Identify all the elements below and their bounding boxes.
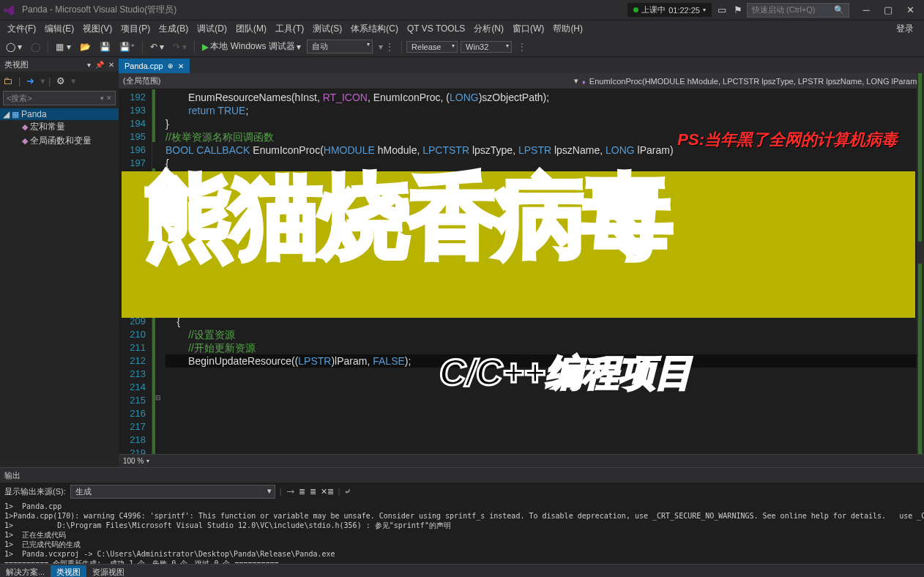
project-icon: ▦ — [12, 110, 19, 119]
collapse-icon: ◢ — [3, 109, 10, 119]
minimap-scrollbar[interactable] — [917, 73, 924, 454]
output-clear-icon[interactable]: ✕≣ — [321, 487, 334, 496]
menu-qt[interactable]: QT VS TOOLS — [403, 22, 469, 35]
nav-breadcrumb: (全局范围) ▾ ⬧ EnumIconProc(HMODULE hModule,… — [119, 73, 924, 89]
bottom-tab-bar: 解决方案... 类视图 资源视图 — [0, 564, 924, 577]
output-wrap-icon[interactable]: ⤶ — [344, 487, 351, 496]
class-tree: ◢ ▦ Panda ◆ 宏和常量 ◆ 全局函数和变量 — [0, 107, 119, 149]
menu-file[interactable]: 文件(F) — [3, 21, 40, 37]
output-source-dropdown[interactable]: 生成 — [70, 485, 275, 499]
output-panel: 输出 显示输出来源(S): 生成 | 🡒 ≣ ≣ ✕≣ | ⤶ 1> Panda… — [0, 467, 924, 564]
start-debug-button[interactable]: ▶ 本地 Windows 调试器 ▾ — [199, 39, 303, 54]
redo-button[interactable]: ↷ ▾ — [170, 40, 190, 53]
tree-root-label: Panda — [21, 109, 47, 119]
login-link[interactable]: 登录 — [892, 21, 921, 37]
overlay-title: 熊猫烧香病毒 — [144, 157, 671, 279]
menu-build[interactable]: 生成(B) — [154, 21, 193, 37]
menu-help[interactable]: 帮助(H) — [548, 21, 587, 37]
panel-close-icon[interactable]: ✕ — [108, 61, 114, 69]
tab-panda-cpp[interactable]: Panda.cpp ⊕ ✕ — [119, 59, 190, 73]
nav-back-button[interactable]: ◯ ▾ — [3, 40, 25, 53]
menu-analyze[interactable]: 分析(N) — [469, 21, 508, 37]
tree-root-panda[interactable]: ◢ ▦ Panda — [0, 108, 119, 120]
feedback-icon[interactable]: ▭ — [718, 4, 726, 15]
close-button[interactable]: ✕ — [899, 4, 921, 15]
open-button[interactable]: 📂 — [77, 40, 94, 53]
recording-dot-icon — [633, 7, 638, 12]
zoom-chevron-icon[interactable]: ▾ — [146, 458, 149, 464]
tab-label: Panda.cpp — [124, 62, 163, 70]
tb-overflow[interactable]: ⋮ — [515, 40, 529, 53]
recording-badge: 上课中 01:22:25 ▾ — [627, 3, 712, 17]
zoom-bar: 100 % ▾ — [119, 454, 924, 467]
fold-icon[interactable]: ⊟ — [155, 394, 161, 401]
recording-chevron-icon[interactable]: ▾ — [703, 7, 706, 13]
tree-item-label: 全局函数和变量 — [30, 135, 92, 147]
menu-edit[interactable]: 编辑(E) — [40, 21, 78, 37]
forward-icon[interactable]: ➜ — [26, 75, 34, 86]
save-button[interactable]: 💾 — [97, 40, 113, 53]
recording-time: 01:22:25 — [668, 6, 700, 15]
tab-class-view[interactable]: 类视图 — [51, 565, 86, 577]
flag-icon[interactable]: ⚑ — [734, 4, 742, 15]
output-goto-icon[interactable]: 🡒 — [286, 487, 294, 496]
overlay-subtitle: C/C++编程项目 — [439, 349, 692, 398]
nav-chevron-icon: ▾ — [574, 76, 578, 86]
quick-launch-input[interactable]: 快速启动 (Ctrl+Q) 🔍 — [747, 3, 849, 18]
menu-bar: 文件(F) 编辑(E) 视图(V) 项目(P) 生成(B) 调试(D) 团队(M… — [0, 21, 924, 37]
zoom-level[interactable]: 100 % — [123, 457, 144, 465]
minimize-button[interactable]: ─ — [855, 4, 877, 15]
search-icon: 🔍 — [834, 5, 844, 15]
tab-row: Panda.cpp ⊕ ✕ — [119, 57, 924, 73]
new-folder-icon[interactable]: 🗀 — [3, 75, 12, 86]
separator — [401, 40, 402, 53]
title-bar: Panda - Microsoft Visual Studio(管理员) 上课中… — [0, 0, 924, 21]
search-chevron-icon: ▾ ✕ — [100, 94, 112, 102]
menu-arch[interactable]: 体系结构(C) — [346, 21, 403, 37]
save-all-button[interactable]: 💾⁺ — [116, 40, 138, 53]
panel-pin-icon[interactable]: 📌 — [95, 61, 104, 69]
tree-item-globals[interactable]: ◆ 全局函数和变量 — [0, 134, 119, 148]
class-view-panel: 类视图 ▾ 📌 ✕ 🗀 | ➜ ▾ | ⚙ ▾ <搜索> ▾ ✕ ◢ ▦ Pan… — [0, 57, 119, 467]
vs-logo-icon — [3, 3, 18, 18]
settings-icon[interactable]: ⚙ — [56, 75, 65, 86]
solution-config-dropdown[interactable]: 自动 — [307, 40, 373, 53]
menu-test[interactable]: 测试(S) — [308, 21, 346, 37]
diamond-icon: ◆ — [22, 136, 28, 146]
panel-title: 类视图 — [4, 59, 29, 70]
tab-resource-view[interactable]: 资源视图 — [86, 565, 130, 577]
undo-button[interactable]: ↶ ▾ — [147, 40, 167, 53]
panel-dropdown-icon[interactable]: ▾ — [87, 61, 91, 69]
build-config-dropdown[interactable]: Release — [406, 41, 458, 53]
separator — [194, 40, 195, 53]
tree-item-macros[interactable]: ◆ 宏和常量 — [0, 120, 119, 134]
function-dropdown[interactable]: EnumIconProc(HMODULE hModule, LPCTSTR lp… — [589, 77, 920, 86]
separator — [48, 40, 48, 53]
menu-view[interactable]: 视图(V) — [78, 21, 116, 37]
separator — [142, 40, 143, 53]
tab-pin-icon[interactable]: ⊕ — [168, 62, 174, 70]
window-title: Panda - Microsoft Visual Studio(管理员) — [22, 4, 627, 16]
new-project-button[interactable]: ▦ ▾ — [53, 40, 73, 53]
tab-solution-explorer[interactable]: 解决方案... — [0, 565, 51, 577]
tree-item-label: 宏和常量 — [30, 121, 65, 133]
platform-dropdown[interactable]: Win32 — [461, 41, 512, 53]
menu-team[interactable]: 团队(M) — [231, 21, 271, 37]
tb-misc[interactable]: ▾ ⋮ — [376, 40, 397, 53]
quick-launch-placeholder: 快速启动 (Ctrl+Q) — [752, 4, 815, 15]
menu-debug[interactable]: 调试(D) — [193, 21, 231, 37]
menu-window[interactable]: 窗口(W) — [508, 21, 548, 37]
menu-tools[interactable]: 工具(T) — [271, 21, 308, 37]
output-text[interactable]: 1> Panda.cpp 1>Panda.cpp(170): warning C… — [0, 500, 924, 564]
output-prev-icon[interactable]: ≣ — [299, 487, 305, 496]
class-search-input[interactable]: <搜索> ▾ ✕ — [3, 91, 116, 105]
nav-fwd-button[interactable]: ◯ — [28, 40, 43, 53]
maximize-button[interactable]: ▢ — [877, 4, 899, 15]
tab-close-icon[interactable]: ✕ — [178, 62, 184, 70]
scope-dropdown[interactable]: (全局范围) — [123, 75, 160, 86]
output-next-icon[interactable]: ≣ — [310, 487, 316, 496]
diamond-icon: ◆ — [22, 122, 28, 132]
overlay-ps-text: PS:当年黑了全网的计算机病毒 — [677, 129, 898, 151]
menu-project[interactable]: 项目(P) — [116, 21, 154, 37]
output-source-label: 显示输出来源(S): — [4, 486, 66, 497]
